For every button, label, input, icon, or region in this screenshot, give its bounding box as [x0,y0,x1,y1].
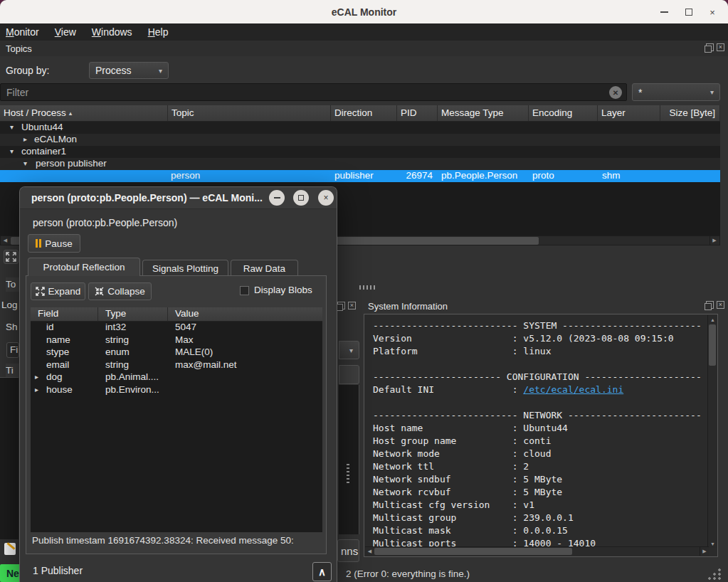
display-blobs-label: Display Blobs [254,285,312,295]
table-row[interactable]: ▸ dog pb.Animal.... [31,371,322,384]
column-header-direction[interactable]: Direction [331,105,397,121]
expand-button[interactable]: Expand [31,282,85,300]
column-header-pid[interactable]: PID [397,105,438,121]
publish-timestamp-status: Publish timestam 1691674392.38324: Recei… [32,535,322,546]
system-information-panel: -------------------------- SYSTEM ------… [364,314,718,557]
occluded-button-fragment[interactable] [339,365,359,384]
dock-close-icon[interactable]: × [348,302,356,309]
sysinfo-vertical-scrollbar[interactable]: ▲ ▼ [707,315,717,548]
window-titlebar[interactable]: eCAL Monitor × [0,0,728,23]
maximize-icon [298,195,304,201]
table-row[interactable]: ▾ person publisher [0,158,720,170]
ecal-ini-link[interactable]: /etc/ecal/ecal.ini [523,384,623,395]
scroll-right-icon[interactable]: ▶ [700,547,709,556]
column-header-size[interactable]: Size [Byte] [660,105,720,121]
occluded-list-area [339,385,359,534]
minimize-button[interactable] [657,5,671,19]
pause-button[interactable]: Pause [28,234,80,253]
table-row[interactable]: email string max@mail.net [31,359,322,372]
filter-input[interactable]: Filter [0,83,627,101]
table-row[interactable]: ▸ eCALMon [0,134,720,146]
scrollbar-thumb[interactable] [709,324,716,366]
column-header-message-type[interactable]: Message Type [438,105,529,121]
column-header-encoding[interactable]: Encoding [529,105,598,121]
menu-help[interactable]: Help [148,26,169,38]
tree-expand-icon[interactable]: ▾ [23,159,27,167]
tree-expand-icon[interactable]: ▸ [23,135,27,143]
column-header-field[interactable]: Field [31,307,98,321]
dock-float-icon[interactable] [337,302,345,309]
collapse-button[interactable]: Collapse [88,282,152,300]
tree-expand-icon[interactable]: ▾ [10,123,14,131]
menu-monitor[interactable]: Monitor [6,26,39,38]
column-header-type[interactable]: Type [98,307,168,321]
table-row[interactable]: stype enum MALE(0) [31,346,322,359]
column-header-layer[interactable]: Layer [598,105,660,121]
column-header-value[interactable]: Value [168,307,322,321]
dock-drag-handle[interactable] [359,285,375,290]
table-row[interactable]: name string Max [31,334,322,347]
dialog-minimize-button[interactable] [269,190,285,206]
occluded-combobox-fragment[interactable]: ▾ [339,341,359,359]
dialog-close-button[interactable]: × [318,190,334,206]
close-button[interactable]: × [705,5,719,19]
dock-float-icon[interactable] [706,43,714,51]
scroll-right-icon[interactable]: ▶ [709,236,719,245]
table-row[interactable]: ▾ Ubuntu44 [0,122,720,134]
dock-float-icon[interactable] [706,301,714,309]
cell-encoding: proto [532,170,554,181]
scroll-left-icon[interactable]: ◀ [1,236,10,245]
system-information-titlebar: System Information × [359,298,728,314]
scroll-down-icon[interactable]: ▼ [708,539,717,548]
occluded-expand-button[interactable] [4,250,19,264]
menu-windows[interactable]: Windows [92,26,132,38]
dock-close-icon[interactable]: × [717,43,724,51]
publisher-count: 1 Publisher [33,565,83,576]
dialog-titlebar[interactable]: person (proto:pb.People.Person) — eCAL M… [20,187,337,209]
scroll-left-icon[interactable]: ◀ [365,547,374,556]
column-header-host-process[interactable]: Host / Process▴ [0,105,168,121]
table-row[interactable]: ▾ container1 [0,146,720,158]
cell-topic: person [171,170,200,181]
close-icon: × [323,193,328,203]
tree-expand-icon[interactable]: ▸ [35,386,38,393]
occluded-button-fragment[interactable]: nns [337,539,359,562]
tree-expand-icon[interactable]: ▸ [35,373,38,381]
collapse-panel-button[interactable]: ∧ [312,562,332,581]
tree-expand-icon[interactable]: ▾ [10,147,14,155]
scrollbar-thumb[interactable] [374,548,572,555]
system-information-title: System Information [368,301,448,312]
chevron-down-icon: ▾ [710,88,714,96]
topics-dock-titlebar: Topics × [0,41,728,56]
expand-arrows-icon [36,287,45,296]
occluded-tab-fragment[interactable]: Ti [6,364,19,378]
filter-column-select[interactable]: * ▾ [632,83,720,101]
resize-grip[interactable] [706,568,722,580]
group-by-select[interactable]: Process ▾ [89,62,169,79]
menu-view[interactable]: View [55,26,76,38]
column-header-topic[interactable]: Topic [168,105,331,121]
sysinfo-horizontal-scrollbar[interactable]: ◀ ▶ [365,546,709,556]
minimize-icon [660,11,668,13]
splitter-handle[interactable] [347,464,349,485]
occluded-button-fragment[interactable]: Fi [6,342,19,358]
dock-close-icon[interactable]: × [717,301,724,309]
tab-raw-data[interactable]: Raw Data [231,260,298,276]
tab-protobuf-reflection[interactable]: Protobuf Reflection [28,258,140,276]
table-row[interactable]: id int32 5047 [31,322,322,334]
occluded-dock-icons: × [337,302,356,309]
dialog-maximize-button[interactable] [293,190,309,206]
table-row[interactable]: ▸ house pb.Environ... [31,384,322,397]
tab-signals-plotting[interactable]: Signals Plotting [142,260,228,276]
clear-icon: ✕ [613,89,618,97]
scroll-up-icon[interactable]: ▲ [708,315,717,324]
group-by-label: Group by: [6,65,49,76]
clear-filter-button[interactable]: ✕ [609,86,622,99]
display-blobs-checkbox[interactable] [240,286,249,295]
table-row-selected[interactable]: person publisher 26974 pb.People.Person … [0,170,720,182]
occluded-tab-fragment[interactable]: To [6,277,19,292]
chevron-down-icon: ▾ [349,346,353,354]
maximize-button[interactable] [682,5,696,19]
collapse-arrows-icon [95,287,104,296]
desktop: eCAL Monitor × Monitor View Windows Help… [0,0,728,582]
